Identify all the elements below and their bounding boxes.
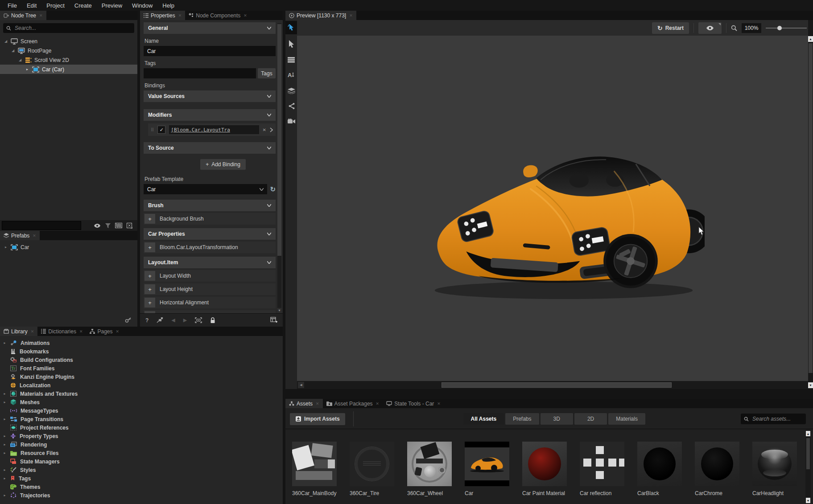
grid-tool[interactable] [285,53,297,66]
filter-funnel-icon[interactable] [105,223,111,228]
name-field[interactable]: Car [144,46,276,56]
node-tree-search[interactable] [3,23,134,33]
remove-modifier-icon[interactable]: ✕ [263,127,266,132]
expand-closed-icon[interactable]: ▸ [3,451,7,455]
help-icon[interactable]: ? [145,317,149,324]
expand-open-icon[interactable]: ◢ [4,39,8,43]
menu-window[interactable]: Window [127,2,157,9]
preview-canvas[interactable] [297,36,808,381]
library-item-localization[interactable]: Localization [0,381,283,389]
prefab-item-car[interactable]: ▸ Car [0,242,137,252]
library-item-bookmarks[interactable]: Bookmarks [0,347,283,356]
history-back-icon[interactable]: ◀ [171,317,175,323]
close-icon[interactable]: ✕ [178,13,182,18]
add-property-icon[interactable] [270,317,277,324]
expand-open-icon[interactable]: ◢ [18,58,22,62]
scroll-down-icon[interactable]: ▼ [806,498,810,503]
preview-hscrollbar[interactable]: ◀ [297,381,808,389]
asset-card-car-reflection[interactable]: Car reflection [580,442,634,496]
close-icon[interactable]: ✕ [349,13,353,18]
library-item-project-references[interactable]: Project References [0,423,283,432]
tab-properties[interactable]: Properties ✕ [140,11,185,20]
asset-card-car-paint-material[interactable]: Car Paint Material [522,442,577,496]
tags-button[interactable]: Tags [258,68,276,78]
filter-all-assets[interactable]: All Assets [463,413,504,425]
zoom-slider[interactable] [766,22,807,34]
expand-closed-icon[interactable]: ▸ [3,476,7,480]
menu-preview[interactable]: Preview [97,2,127,9]
tree-item-scroll-view-2d[interactable]: ◢ Scroll View 2D [0,55,137,65]
text-analyze-tool[interactable]: A [285,68,297,82]
expand-closed-icon[interactable]: ▸ [3,400,7,404]
library-item-state-managers[interactable]: State Managers [0,457,283,466]
restart-button[interactable]: ↻ Restart [652,22,689,34]
filter-3d[interactable]: 3D [541,413,573,425]
add-icon[interactable]: + [144,284,155,294]
import-assets-button[interactable]: Import Assets [290,413,345,425]
key-icon[interactable] [125,317,132,323]
menu-help[interactable]: Help [157,2,179,9]
preview-vscrollbar[interactable]: ▲ ▼ [808,20,813,389]
library-item-animations[interactable]: ▸ Animations [0,339,283,347]
library-item-styles[interactable]: ▸ Styles [0,466,283,474]
tab-node-tree[interactable]: Node Tree ✕ [0,11,46,20]
library-item-rendering[interactable]: ▸ Rendering [0,440,283,449]
tab-pages[interactable]: Pages ✕ [86,327,123,336]
assets-search[interactable] [741,414,806,424]
layers-tool[interactable] [285,84,297,98]
close-icon[interactable]: ✕ [437,402,441,406]
zoom-value[interactable]: 100% [742,23,761,33]
expand-closed-icon[interactable]: ▸ [3,493,7,497]
menu-create[interactable]: Create [70,2,97,9]
filter-prefabs[interactable]: Prefabs [505,413,539,425]
asset-card-carblack[interactable]: CarBlack [637,442,692,496]
expand-closed-icon[interactable]: ▸ [3,392,7,396]
assets-scrollbar[interactable]: ▲ ▼ [805,430,811,504]
scrollbar-thumb[interactable] [806,438,810,469]
chevron-right-icon[interactable] [270,127,273,132]
drag-handle-icon[interactable]: ⠿ [151,127,154,132]
library-item-property-types[interactable]: ▸ Property Types [0,432,283,440]
section-to-source[interactable]: To Source [144,142,276,154]
section-modifiers[interactable]: Modifiers [144,109,276,121]
scrollbar-thumb[interactable] [277,24,281,256]
assets-search-input[interactable] [751,415,803,422]
section-car-properties[interactable]: Car Properties [144,228,276,240]
expand-closed-icon[interactable]: ▸ [25,67,29,71]
expand-open-icon[interactable]: ◢ [11,49,15,53]
tab-dictionaries[interactable]: Dictionaries ✕ [37,327,86,336]
scrollbar-thumb[interactable] [442,382,672,388]
properties-scrollbar[interactable]: ▼ [277,23,281,313]
tab-library[interactable]: Library ✕ [0,327,37,336]
menu-edit[interactable]: Edit [22,2,41,9]
tab-asset-packages[interactable]: Asset Packages ✕ [323,399,383,408]
section-layout-item[interactable]: Layout.Item [144,257,276,268]
checker-view-icon[interactable] [115,223,122,228]
menu-project[interactable]: Project [41,2,69,9]
close-icon[interactable]: ✕ [316,402,319,406]
tree-item-car[interactable]: ▸ Car (Car) [0,65,137,74]
library-item-tags[interactable]: ▸ Tags [0,474,283,483]
library-item-kanzi-engine-plugins[interactable]: Kanzi Engine Plugins [0,373,283,381]
add-binding-button[interactable]: + Add Binding [200,159,246,170]
tab-preview[interactable]: Preview [1130 x 773] ✕ [285,11,356,20]
history-forward-icon[interactable]: ▶ [183,317,187,323]
revert-icon[interactable]: ↻ [270,185,276,193]
library-item-build-configurations[interactable]: Build Configurations [0,356,283,364]
visibility-eye-icon[interactable] [94,223,101,228]
expand-closed-icon[interactable]: ▸ [3,443,7,447]
frame-select-icon[interactable] [195,317,202,323]
expand-closed-icon[interactable]: ▸ [3,468,7,472]
share-connections-tool[interactable] [285,99,297,113]
library-item-materials-and-textures[interactable]: ▸ Materials and Textures [0,389,283,398]
expand-closed-icon[interactable]: ▸ [3,341,7,345]
library-item-meshes[interactable]: ▸ Meshes [0,398,283,406]
scrollbar-thumb[interactable] [809,43,813,373]
asset-card-carchrome[interactable]: CarChrome [695,442,749,496]
tab-node-components[interactable]: Node Components ✕ [185,11,251,20]
filter-2d[interactable]: 2D [574,413,607,425]
tab-state-tools[interactable]: State Tools - Car ✕ [383,399,444,408]
lock-icon[interactable] [210,317,215,324]
search-input[interactable] [14,25,131,32]
tags-field[interactable] [144,68,256,78]
